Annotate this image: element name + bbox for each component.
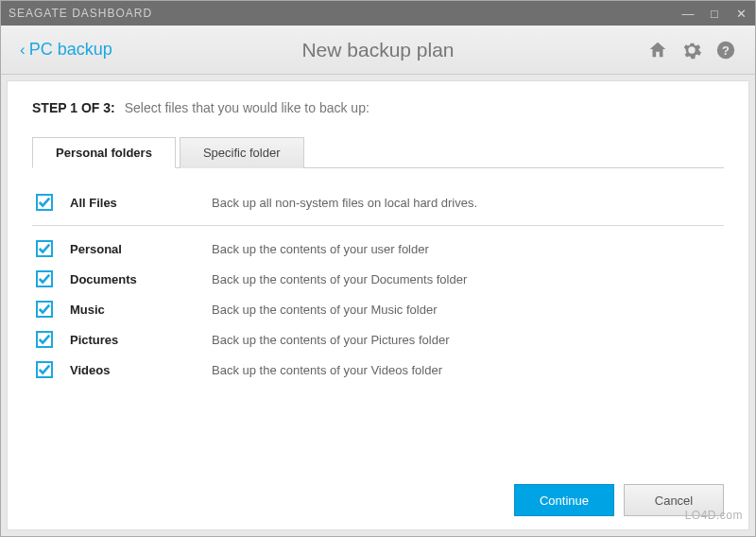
header-icons: ?: [647, 40, 736, 61]
folder-name: Pictures: [70, 333, 212, 347]
folder-name: Videos: [70, 363, 212, 377]
folder-row: DocumentsBack up the contents of your Do…: [32, 264, 724, 294]
step-label: STEP 1 OF 3:: [32, 100, 115, 115]
folder-row: PicturesBack up the contents of your Pic…: [32, 324, 724, 355]
folder-list: All Files Back up all non-system files o…: [32, 187, 724, 475]
continue-button[interactable]: Continue: [514, 484, 614, 516]
help-icon[interactable]: ?: [715, 40, 736, 61]
folder-desc: Back up the contents of your Music folde…: [212, 303, 437, 317]
folder-name: All Files: [70, 196, 212, 210]
folder-desc: Back up the contents of your user folder: [212, 242, 429, 256]
tabs: Personal folders Specific folder: [32, 136, 724, 168]
folder-row: VideosBack up the contents of your Video…: [32, 355, 724, 385]
tab-specific-folder[interactable]: Specific folder: [180, 137, 304, 168]
checkbox[interactable]: [36, 240, 53, 257]
check-icon: [38, 363, 51, 376]
footer-buttons: Continue Cancel: [32, 475, 724, 516]
home-icon[interactable]: [647, 40, 668, 61]
app-window: SEAGATE DASHBOARD — □ ✕ ‹ PC backup New …: [0, 0, 756, 537]
close-button[interactable]: ✕: [734, 7, 747, 21]
subheader: ‹ PC backup New backup plan ?: [1, 26, 755, 75]
content-panel: STEP 1 OF 3: Select files that you would…: [7, 80, 749, 530]
back-link[interactable]: ‹ PC backup: [20, 40, 112, 60]
check-icon: [38, 242, 51, 255]
titlebar: SEAGATE DASHBOARD — □ ✕: [1, 1, 755, 26]
checkbox[interactable]: [36, 301, 53, 318]
page-title: New backup plan: [301, 39, 454, 61]
maximize-button[interactable]: □: [708, 7, 721, 21]
check-icon: [38, 196, 51, 209]
svg-text:?: ?: [722, 43, 730, 57]
back-link-label: PC backup: [29, 40, 112, 60]
folder-name: Documents: [70, 272, 212, 286]
folder-name: Personal: [70, 242, 212, 256]
check-icon: [38, 303, 51, 316]
step-desc: Select files that you would like to back…: [125, 100, 369, 115]
folder-row: MusicBack up the contents of your Music …: [32, 294, 724, 324]
window-controls: — □ ✕: [681, 7, 747, 21]
divider: [32, 225, 724, 226]
step-heading: STEP 1 OF 3: Select files that you would…: [32, 100, 724, 115]
titlebar-title: SEAGATE DASHBOARD: [9, 7, 681, 20]
checkbox-all-files[interactable]: [36, 194, 53, 211]
checkbox[interactable]: [36, 361, 53, 378]
gear-icon[interactable]: [681, 40, 702, 61]
folder-desc: Back up the contents of your Pictures fo…: [212, 333, 449, 347]
checkbox[interactable]: [36, 270, 53, 287]
minimize-button[interactable]: —: [681, 7, 695, 21]
tab-personal-folders[interactable]: Personal folders: [32, 137, 176, 168]
folder-desc: Back up the contents of your Documents f…: [212, 272, 467, 286]
check-icon: [38, 333, 51, 346]
folder-row-all-files: All Files Back up all non-system files o…: [32, 187, 724, 217]
check-icon: [38, 272, 51, 286]
checkbox[interactable]: [36, 331, 53, 348]
folder-row: PersonalBack up the contents of your use…: [32, 234, 724, 264]
folder-name: Music: [70, 303, 212, 317]
folder-desc: Back up the contents of your Videos fold…: [212, 363, 442, 377]
chevron-left-icon: ‹: [20, 41, 26, 60]
folder-desc: Back up all non-system files on local ha…: [212, 196, 477, 210]
watermark: LO4D.com: [685, 509, 743, 522]
